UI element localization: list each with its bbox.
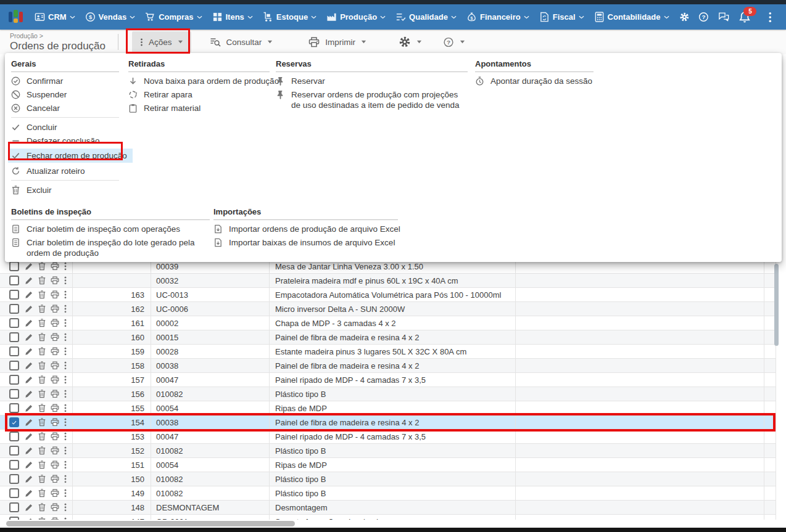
- row-checkbox[interactable]: [9, 375, 19, 385]
- table-row[interactable]: 150 010082 Plástico tipo B: [0, 472, 776, 486]
- row-more-icon[interactable]: [64, 418, 67, 427]
- menu-item-nova-baixa[interactable]: Nova baixa para ordem de produção: [128, 74, 270, 88]
- print-icon[interactable]: [51, 503, 59, 512]
- menu-item-desfazer-conclusao[interactable]: Desfazer conclusão: [11, 134, 119, 147]
- print-icon[interactable]: [51, 460, 59, 469]
- edit-icon[interactable]: [25, 361, 33, 370]
- menu-item-criar-boletim-lote[interactable]: Criar boletim de inspeção do lote gerado…: [11, 235, 210, 260]
- nav-financeiro[interactable]: Financeiro: [466, 12, 529, 22]
- menu-item-apontar-duracao[interactable]: Apontar duração da sessão: [475, 74, 594, 88]
- menu-item-retirar-apara[interactable]: Retirar apara: [128, 88, 270, 101]
- row-more-icon[interactable]: [64, 375, 67, 384]
- menu-item-importar-ordens-excel[interactable]: Importar ordens de produção de arquivo E…: [213, 222, 398, 235]
- table-row[interactable]: 152 010082 Plástico tipo B: [0, 444, 776, 458]
- print-icon[interactable]: [51, 446, 59, 455]
- table-row[interactable]: 160 00015 Painel de fibra de madeira e r…: [0, 330, 776, 345]
- nav-itens[interactable]: Itens: [212, 12, 253, 22]
- actions-button[interactable]: Ações: [132, 31, 191, 52]
- table-row[interactable]: 148 DESMONTAGEM Desmontagem: [0, 501, 776, 515]
- table-row[interactable]: 00032 Prateleira madeira mdf e pinus 60L…: [0, 274, 776, 288]
- delete-icon[interactable]: [38, 418, 46, 427]
- nav-compras[interactable]: Compras: [145, 12, 202, 22]
- row-checkbox[interactable]: [9, 389, 19, 399]
- print-icon[interactable]: [51, 262, 59, 271]
- nav-vendas[interactable]: Vendas: [85, 12, 136, 22]
- help-icon[interactable]: [698, 11, 709, 23]
- table-row[interactable]: 163 UC-0013 Empacotadora Automática Volu…: [0, 288, 776, 302]
- delete-icon[interactable]: [38, 432, 46, 441]
- row-more-icon[interactable]: [64, 347, 67, 356]
- menu-item-retirar-material[interactable]: Retirar material: [128, 101, 270, 115]
- row-more-icon[interactable]: [64, 361, 67, 370]
- row-checkbox[interactable]: [9, 361, 19, 370]
- menu-item-suspender[interactable]: Suspender: [11, 88, 119, 101]
- table-row[interactable]: 149 010082 Plástico tipo B: [0, 486, 776, 501]
- delete-icon[interactable]: [38, 489, 46, 497]
- edit-icon[interactable]: [25, 460, 33, 469]
- row-checkbox[interactable]: [9, 432, 19, 441]
- edit-icon[interactable]: [25, 333, 33, 342]
- delete-icon[interactable]: [38, 347, 46, 356]
- print-icon[interactable]: [51, 489, 59, 497]
- edit-icon[interactable]: [25, 390, 33, 398]
- edit-icon[interactable]: [25, 475, 33, 483]
- nav-qualidade[interactable]: Qualidade: [395, 12, 457, 22]
- row-checkbox-checked[interactable]: [9, 417, 19, 427]
- chat-icon[interactable]: [718, 11, 729, 23]
- row-checkbox[interactable]: [9, 460, 19, 470]
- edit-icon[interactable]: [25, 489, 33, 497]
- menu-item-atualizar-roteiro[interactable]: Atualizar roteiro: [11, 164, 119, 178]
- row-more-icon[interactable]: [64, 503, 67, 512]
- delete-icon[interactable]: [38, 446, 46, 455]
- row-more-icon[interactable]: [64, 489, 67, 497]
- table-row[interactable]: 162 UC-0006 Micro inversor Delta A - SUN…: [0, 302, 776, 316]
- delete-icon[interactable]: [38, 460, 46, 469]
- edit-icon[interactable]: [25, 305, 33, 313]
- menu-item-reservar-ordens-projecoes[interactable]: Reservar ordens de produção com projeçõe…: [276, 88, 468, 112]
- settings-gear-icon[interactable]: [679, 11, 690, 23]
- delete-icon[interactable]: [38, 290, 46, 299]
- print-icon[interactable]: [51, 475, 59, 483]
- table-row-selected[interactable]: 154 00038 Painel de fibra de madeira e r…: [0, 415, 776, 430]
- table-row[interactable]: 156 010082 Plástico tipo B: [0, 387, 776, 401]
- table-row[interactable]: 153 00047 Painel ripado de MDP - 4 camad…: [0, 430, 776, 444]
- print-icon[interactable]: [51, 305, 59, 313]
- row-more-icon[interactable]: [64, 305, 67, 313]
- table-row[interactable]: 155 00054 Ripas de MDP: [0, 401, 776, 415]
- row-more-icon[interactable]: [64, 262, 67, 271]
- row-checkbox[interactable]: [9, 304, 19, 314]
- edit-icon[interactable]: [25, 418, 33, 427]
- row-checkbox[interactable]: [9, 488, 19, 498]
- delete-icon[interactable]: [38, 475, 46, 483]
- print-icon[interactable]: [51, 375, 59, 384]
- row-more-icon[interactable]: [64, 333, 67, 342]
- edit-icon[interactable]: [25, 375, 33, 384]
- nav-fiscal[interactable]: Fiscal: [539, 12, 584, 22]
- delete-icon[interactable]: [38, 319, 46, 327]
- edit-icon[interactable]: [25, 446, 33, 455]
- delete-icon[interactable]: [38, 361, 46, 370]
- menu-item-confirmar[interactable]: Confirmar: [11, 74, 119, 88]
- row-more-icon[interactable]: [64, 290, 67, 299]
- row-checkbox[interactable]: [9, 474, 19, 484]
- delete-icon[interactable]: [38, 305, 46, 313]
- breadcrumb[interactable]: Produção >: [10, 33, 105, 39]
- edit-icon[interactable]: [25, 319, 33, 327]
- print-icon[interactable]: [51, 347, 59, 356]
- menu-item-cancelar[interactable]: Cancelar: [11, 101, 119, 115]
- print-icon[interactable]: [51, 290, 59, 299]
- nav-contabilidade[interactable]: Contabilidade: [594, 12, 669, 22]
- table-row[interactable]: 158 00038 Painel de fibra de madeira e r…: [0, 359, 776, 373]
- print-icon[interactable]: [51, 418, 59, 427]
- row-more-icon[interactable]: [64, 319, 67, 327]
- edit-icon[interactable]: [25, 404, 33, 412]
- nav-producao[interactable]: Produção: [326, 12, 386, 22]
- edit-icon[interactable]: [25, 503, 33, 512]
- row-more-icon[interactable]: [64, 446, 67, 455]
- edit-icon[interactable]: [25, 276, 33, 285]
- notifications-bell[interactable]: 5: [738, 11, 751, 23]
- print-button[interactable]: Imprimir: [308, 37, 366, 47]
- delete-icon[interactable]: [38, 390, 46, 398]
- menu-item-importar-baixas-excel[interactable]: Importar baixas de insumos de arquivo Ex…: [213, 235, 398, 249]
- menu-item-excluir[interactable]: Excluir: [11, 183, 119, 197]
